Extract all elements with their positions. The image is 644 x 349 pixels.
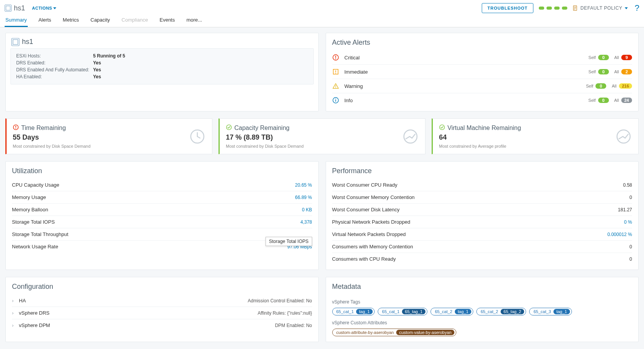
immediate-icon: [332, 68, 339, 75]
vsphere-tag[interactable]: 65_cat_2tag_1: [430, 308, 473, 315]
metric-row[interactable]: Consumers with Memory Contention0: [332, 241, 632, 253]
cluster-icon: [5, 5, 12, 12]
metric-row[interactable]: Memory Balloon0 KB: [12, 204, 312, 216]
alerts-title: Active Alerts: [326, 33, 639, 51]
alert-all-count[interactable]: 9: [621, 55, 632, 60]
alert-self-count[interactable]: 0: [598, 55, 609, 60]
capacity-subtitle: Most constrained by Average profile: [439, 144, 632, 148]
badge-dot[interactable]: [546, 7, 552, 10]
metric-row[interactable]: Worst Consumer CPU Ready0.58: [332, 179, 632, 191]
alert-self-count[interactable]: 0: [595, 83, 606, 89]
alert-self-count[interactable]: 0: [598, 98, 609, 103]
tab-capacity[interactable]: Capacity: [90, 13, 111, 27]
tab-events[interactable]: Events: [159, 13, 176, 27]
chevron-right-icon: ›: [12, 310, 16, 316]
vsphere-tag[interactable]: 65_cat_265_tag_2: [476, 308, 526, 315]
alert-severity-label: Info: [345, 98, 589, 103]
metric-row[interactable]: Worst Consumer Disk Latency181.27: [332, 204, 632, 216]
chevron-down-icon: [625, 7, 628, 9]
capacity-card[interactable]: Virtual Machine Remaining64Most constrai…: [432, 118, 639, 154]
metric-value[interactable]: 66.89 %: [295, 195, 312, 200]
alert-row-warning[interactable]: WarningSelf0All216: [332, 79, 632, 93]
metric-row[interactable]: CPU Capacity Usage20.65 %: [12, 179, 312, 191]
config-row[interactable]: ›vSphere DPMDPM Enabled: No: [12, 319, 312, 331]
config-extra: Admission Control Enabled: No: [248, 298, 312, 303]
alert-severity-label: Critical: [345, 55, 589, 61]
alert-row-critical[interactable]: CriticalSelf0All9: [332, 51, 632, 65]
troubleshoot-button[interactable]: TROUBLESHOOT: [482, 3, 533, 13]
badge-dot[interactable]: [554, 7, 560, 10]
metric-row[interactable]: Storage Total IOPS4,378: [12, 216, 312, 228]
alert-severity-label: Warning: [345, 83, 586, 89]
utilization-card: Utilization CPU Capacity Usage20.65 %Mem…: [5, 161, 319, 270]
metadata-title: Metadata: [326, 277, 639, 295]
svg-point-15: [15, 128, 16, 129]
config-extra: DPM Enabled: No: [275, 323, 312, 328]
config-label: vSphere DRS: [19, 310, 257, 316]
metadata-tags-label: vSphere Tags: [332, 299, 632, 305]
alert-row-info[interactable]: InfoSelf0All24: [332, 93, 632, 107]
metric-label: Virtual Network Packets Dropped: [332, 231, 607, 237]
summary-key: DRS Enabled:: [16, 59, 93, 66]
alert-row-immediate[interactable]: ImmediateSelf0All2: [332, 65, 632, 79]
metric-row[interactable]: Virtual Network Packets Dropped0.000012 …: [332, 228, 632, 241]
vsphere-tag[interactable]: 65_cat_1tag_1: [332, 308, 375, 315]
policy-select[interactable]: DEFAULT POLICY: [573, 5, 628, 11]
metric-label: Network Usage Rate: [12, 244, 287, 250]
metric-label: Physical Network Packets Dropped: [332, 219, 624, 225]
tab-alerts[interactable]: Alerts: [38, 13, 52, 27]
metric-value[interactable]: 4,378: [300, 219, 312, 225]
actions-menu[interactable]: ACTIONS: [32, 6, 56, 10]
metric-label: Worst Consumer Disk Latency: [332, 207, 618, 212]
badge-dot[interactable]: [562, 7, 567, 10]
metric-value[interactable]: 0 KB: [302, 207, 312, 212]
svg-point-17: [227, 125, 232, 130]
badge-dot[interactable]: [539, 7, 544, 10]
metric-row[interactable]: Memory Usage66.89 %: [12, 191, 312, 204]
alert-self-count[interactable]: 0: [598, 69, 609, 74]
metadata-attrs-label: vSphere Custom Attributes: [332, 320, 632, 325]
tab-metrics[interactable]: Metrics: [62, 13, 80, 27]
object-name: hs1: [14, 4, 25, 12]
tab-summary[interactable]: Summary: [5, 13, 28, 27]
capacity-status-icon: [226, 124, 232, 132]
metric-row[interactable]: Storage Total ThroughputStorage Total IO…: [12, 228, 312, 241]
vsphere-tag[interactable]: 65_cat_165_tag_1: [378, 308, 427, 315]
custom-attribute[interactable]: custom-attribute-by-aserobyancustom-valu…: [332, 329, 457, 336]
chevron-right-icon: ›: [12, 322, 16, 328]
svg-point-8: [335, 87, 336, 88]
metric-value: 0: [629, 195, 632, 200]
summary-key: ESXi Hosts:: [16, 52, 93, 59]
metric-label: Worst Consumer CPU Ready: [332, 182, 623, 188]
capacity-status-icon: [439, 124, 445, 132]
tab-more[interactable]: more...: [186, 13, 203, 27]
performance-title: Performance: [326, 162, 639, 179]
metric-row[interactable]: Consumers with CPU Ready0: [332, 253, 632, 265]
metric-row[interactable]: Worst Consumer Memory Contention0: [332, 191, 632, 204]
alert-all-count[interactable]: 216: [619, 83, 632, 89]
metric-value[interactable]: 20.65 %: [295, 182, 312, 188]
help-icon[interactable]: ?: [635, 3, 639, 13]
metric-label: Storage Total IOPS: [12, 219, 300, 225]
config-label: vSphere DPM: [19, 322, 275, 328]
config-row[interactable]: ›HAAdmission Control Enabled: No: [12, 295, 312, 307]
metric-row[interactable]: Physical Network Packets Dropped0 %: [332, 216, 632, 228]
configuration-title: Configuration: [6, 277, 318, 295]
metric-value: 0: [629, 256, 632, 262]
critical-icon: [332, 54, 339, 61]
config-row[interactable]: ›vSphere DRSAffinity Rules: {"rules":nul…: [12, 307, 312, 319]
summary-value: Yes: [93, 73, 129, 80]
alert-all-count[interactable]: 24: [621, 98, 632, 103]
alert-all-count[interactable]: 2: [621, 69, 632, 74]
capacity-value: 64: [439, 133, 632, 142]
capacity-subtitle: Most constrained by Disk Space Demand: [226, 144, 419, 148]
capacity-card[interactable]: Time Remaining55 DaysMost constrained by…: [5, 118, 212, 154]
badge-dots: [539, 7, 567, 10]
metric-value[interactable]: 0.000012 %: [607, 232, 632, 237]
capacity-card[interactable]: Capacity Remaining17 % (8.89 TB)Most con…: [219, 118, 425, 154]
capacity-shape-icon: [190, 129, 205, 144]
vsphere-tag[interactable]: 65_cat_3tag_1: [529, 308, 572, 315]
alert-severity-label: Immediate: [345, 69, 589, 75]
svg-point-3: [335, 58, 336, 59]
metric-value[interactable]: 0 %: [624, 219, 632, 225]
